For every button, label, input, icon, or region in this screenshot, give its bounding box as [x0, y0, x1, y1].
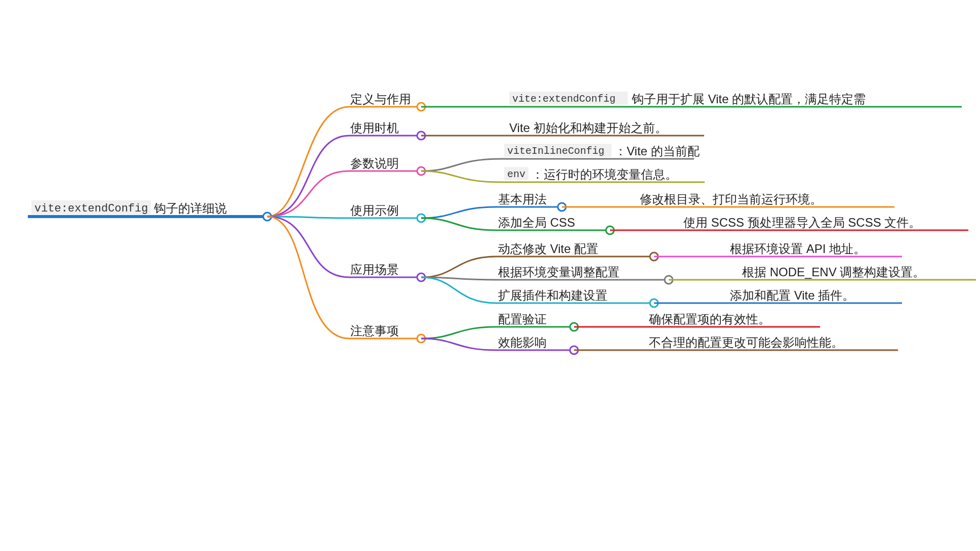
- b6-label: 注意事项: [350, 324, 399, 337]
- b5-label: 应用场景: [350, 263, 399, 276]
- b4-c2-leaf: 使用 SCSS 预处理器导入全局 SCSS 文件。: [683, 216, 921, 229]
- b1-label: 定义与作用: [350, 92, 411, 106]
- b5-c1-leaf: 根据环境设置 API 地址。: [730, 242, 866, 256]
- branch-b6-path: [267, 217, 349, 338]
- b5-c3-leaf: 添加和配置 Vite 插件。: [730, 288, 854, 302]
- b5-c2-label: 根据环境变量调整配置: [498, 265, 620, 279]
- branch-b1-path: [267, 107, 349, 217]
- root-node: vite:extendConfig 钩子的详细说: [28, 200, 271, 221]
- b5-c2-leaf: 根据 NODE_ENV 调整构建设置。: [742, 265, 925, 279]
- b3-leaf1-text: ：Vite 的当前配: [615, 144, 700, 158]
- b5-c3-label: 扩展插件和构建设置: [498, 288, 607, 302]
- b2-leaf-text: Vite 初始化和构建开始之前。: [509, 121, 667, 135]
- b4-label: 使用示例: [350, 203, 399, 217]
- b4-c1-leaf: 修改根目录、打印当前运行环境。: [640, 192, 822, 206]
- b3-label: 参数说明: [350, 156, 399, 170]
- b5-c1-label: 动态修改 Vite 配置: [498, 242, 598, 256]
- b1-leaf-text: 钩子用于扩展 Vite 的默认配置，满足特定需: [631, 92, 866, 106]
- b4-c1-label: 基本用法: [498, 192, 547, 206]
- b4-c2-label: 添加全局 CSS: [498, 216, 575, 229]
- b1-leaf-code: vite:extendConfig: [512, 93, 616, 105]
- b3-leaf2-code: env: [507, 168, 525, 180]
- b3-leaf1-code: viteInlineConfig: [507, 145, 604, 157]
- root-label: 钩子的详细说: [153, 201, 227, 215]
- branch-b5-path: [267, 217, 349, 277]
- b6-c1-leaf: 确保配置项的有效性。: [648, 312, 770, 326]
- root-code: vite:extendConfig: [34, 202, 148, 215]
- b3-leaf2-text: ：运行时的环境变量信息。: [532, 167, 677, 181]
- b6-c1-label: 配置验证: [498, 312, 547, 326]
- branch-b2-path: [267, 136, 349, 217]
- b2-label: 使用时机: [350, 121, 399, 135]
- b6-c2-label: 效能影响: [498, 335, 547, 349]
- b6-c2-leaf: 不合理的配置更改可能会影响性能。: [649, 335, 843, 349]
- mindmap-canvas: vite:extendConfig 钩子的详细说 定义与作用 vite:exte…: [0, 0, 980, 551]
